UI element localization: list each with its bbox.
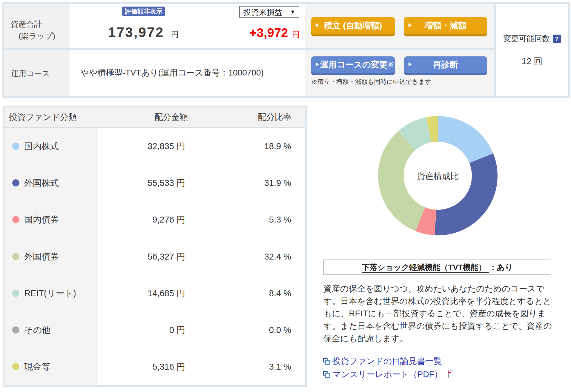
profit-loss-row: +3,972 円 <box>249 27 300 40</box>
fund-class-label: 外国債券 <box>24 251 59 263</box>
page: 資産合計 (楽ラップ) 評価額非表示 173,972 円 投資来損益 ▼ +3,… <box>0 0 571 392</box>
allocation-amount: 5,316 円 <box>99 361 185 373</box>
allocation-amount: 14,685 円 <box>99 287 185 299</box>
pdf-file-icon <box>448 371 453 378</box>
profit-loss-select[interactable]: 投資来損益 ▼ <box>239 6 299 18</box>
fund-class-label: REIT(リート) <box>24 287 76 299</box>
fund-class-dot <box>12 253 19 260</box>
course-name: やや積極型-TVTあり(運用コース番号：1000700) <box>80 67 264 78</box>
tvt-feature-rest: ：あり <box>489 263 513 272</box>
fund-class-dot <box>12 179 19 186</box>
profit-loss-unit: 円 <box>292 29 300 40</box>
prospectus-link-row: 投資ファンドの目論見書一覧 <box>323 356 442 367</box>
total-assets-label-line1: 資産合計 <box>11 18 55 30</box>
course-change-button-label: 運用コースの変更※ <box>319 56 395 73</box>
allocation-amount: 56,327 円 <box>99 251 185 263</box>
header-fund-class: 投資ファンド分類 <box>9 107 77 127</box>
tvt-feature-underlined: 下落ショック軽減機能（TVT機能） <box>362 263 489 273</box>
fund-class-dot <box>12 290 19 297</box>
monthly-report-link[interactable]: マンスリーレポート（PDF） <box>332 369 443 380</box>
allocation-amount: 0 円 <box>99 324 185 336</box>
change-count-panel <box>496 4 568 96</box>
profit-loss-select-value: 投資来損益 <box>243 7 282 18</box>
fund-class-label: 国内債券 <box>24 214 59 226</box>
fund-class-label: 現金等 <box>24 361 50 373</box>
allocation-ratio: 0.0 % <box>209 324 291 336</box>
prospectus-link[interactable]: 投資ファンドの目論見書一覧 <box>332 356 442 367</box>
course-description: 資産の保全を図りつつ、攻めたいあなたのためのコースです。日本を含む世界の株式の投… <box>323 283 555 345</box>
change-count-value: 12 回 <box>496 55 568 67</box>
course-change-button[interactable]: ▶ 運用コースの変更※ <box>311 56 395 75</box>
donut-segment-外国株式 <box>435 153 498 235</box>
hide-valuation-button[interactable]: 評価額非表示 <box>122 7 165 16</box>
allocation-ratio: 18.9 % <box>209 140 291 152</box>
change-count-label: 変更可能回数 <box>504 33 550 44</box>
allocation-ratio: 5.3 % <box>209 214 291 226</box>
allocation-amount: 32,835 円 <box>99 140 185 152</box>
allocation-amount: 55,533 円 <box>99 177 185 189</box>
allocation-table-inner: 投資ファンド分類 配分金額 配分比率 国内株式32,835 円18.9 %外国株… <box>4 107 305 385</box>
external-window-icon <box>323 371 330 378</box>
total-assets-label: 資産合計 (楽ラップ) <box>11 18 55 42</box>
total-assets-unit: 円 <box>171 29 179 40</box>
donut-segment-国内株式 <box>438 116 493 163</box>
rediagnosis-button-label: 再診断 <box>404 56 487 73</box>
fund-class-label: その他 <box>24 324 50 336</box>
monthly-report-link-row: マンスリーレポート（PDF） <box>323 369 453 380</box>
total-assets-amount: 173,972 <box>108 25 164 39</box>
external-window-icon <box>323 358 330 365</box>
allocation-ratio: 31.9 % <box>209 177 291 189</box>
donut-center-title: 資産構成比 <box>384 171 492 182</box>
tsumitate-button-label: 積立 (自動増額) <box>311 17 395 34</box>
rediagnosis-button[interactable]: ▶ 再診断 <box>404 56 487 75</box>
allocation-amount: 9,276 円 <box>99 214 185 226</box>
tvt-feature-box: 下落ショック軽減機能（TVT機能）：あり <box>323 260 551 275</box>
allocation-ratio: 32.4 % <box>209 251 291 263</box>
select-arrow-icon: ▼ <box>290 9 295 15</box>
zougaku-button-label: 増額・減額 <box>404 17 487 34</box>
header-allocation-amount: 配分金額 <box>99 107 244 127</box>
allocation-ratio: 3.1 % <box>209 361 291 373</box>
total-assets-label-line2: (楽ラップ) <box>11 30 55 42</box>
total-assets-row: 173,972 円 <box>108 25 179 40</box>
fund-class-label: 国内株式 <box>24 140 59 152</box>
course-label: 運用コース <box>11 68 50 79</box>
zougaku-button[interactable]: ▶ 増額・減額 <box>404 17 487 36</box>
header-allocation-ratio: 配分比率 <box>244 107 305 127</box>
change-count-header: 変更可能回数 ? <box>496 33 568 44</box>
simultaneous-application-note: ※積立・増額・減額も同時に申込できます <box>311 77 431 86</box>
help-icon[interactable]: ? <box>553 35 561 43</box>
fund-class-dot <box>12 326 19 334</box>
fund-class-dot <box>12 143 19 150</box>
fund-class-dot <box>12 216 19 223</box>
allocation-table: 投資ファンド分類 配分金額 配分比率 国内株式32,835 円18.9 %外国株… <box>3 106 307 387</box>
fund-class-label: 外国株式 <box>24 177 59 189</box>
profit-loss-amount: +3,972 <box>249 27 288 39</box>
tsumitate-button[interactable]: ▶ 積立 (自動増額) <box>311 17 395 36</box>
allocation-ratio: 8.4 % <box>209 287 291 299</box>
